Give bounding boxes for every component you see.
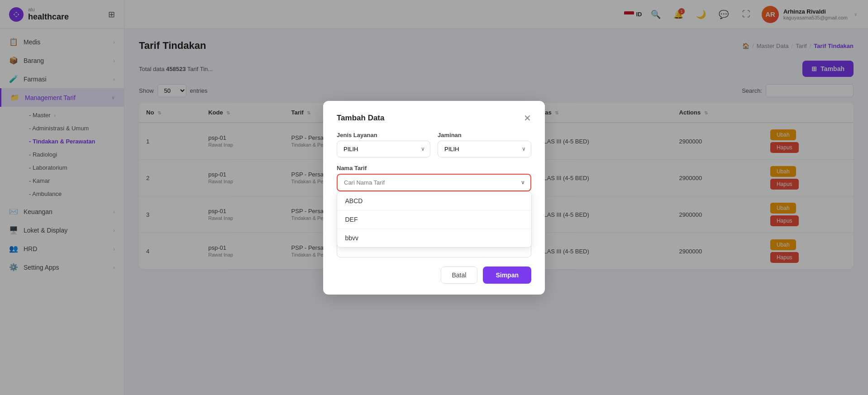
nama-tarif-label: Nama Tarif xyxy=(337,165,531,171)
dropdown-item-def[interactable]: DEF xyxy=(337,210,531,228)
modal-close-button[interactable]: ✕ xyxy=(524,114,531,123)
simpan-button[interactable]: Simpan xyxy=(483,267,531,284)
batal-button[interactable]: Batal xyxy=(441,267,478,284)
modal-title: Tambah Data xyxy=(337,114,385,123)
modal-overlay: Tambah Data ✕ Jenis Layanan PILIH Rawat … xyxy=(0,0,868,395)
dropdown-item-abcd[interactable]: ABCD xyxy=(337,192,531,210)
tambah-data-modal: Tambah Data ✕ Jenis Layanan PILIH Rawat … xyxy=(323,101,545,295)
jenis-layanan-label: Jenis Layanan xyxy=(337,132,430,138)
nama-tarif-dropdown: ABCD DEF bbvv xyxy=(337,191,532,247)
jaminan-label: Jaminan xyxy=(438,132,531,138)
jaminan-select[interactable]: PILIH BPJS Umum Asuransi xyxy=(438,141,531,157)
dropdown-item-bbvv[interactable]: bbvv xyxy=(337,229,531,247)
nama-tarif-wrapper: ∨ ABCD DEF bbvv xyxy=(337,174,531,191)
nama-tarif-input[interactable] xyxy=(338,175,530,190)
jenis-layanan-select[interactable]: PILIH Rawat Inap Rawat Jalan IGD xyxy=(337,141,430,157)
